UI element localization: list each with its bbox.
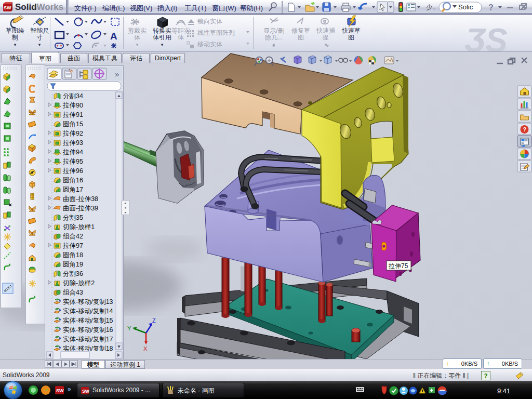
- svg-text:实体-移动/复制15: 实体-移动/复制15: [63, 317, 113, 324]
- svg-text:切除-放样2: 切除-放样2: [62, 280, 95, 287]
- svg-text:圆角18: 圆角18: [63, 251, 83, 259]
- svg-text:»: »: [68, 385, 71, 393]
- svg-text:实体-移动/复制16: 实体-移动/复制16: [63, 326, 113, 334]
- svg-text:?: ?: [523, 126, 527, 132]
- svg-text:圆角17: 圆角17: [63, 186, 83, 193]
- svg-text:圆角15: 圆角15: [63, 121, 83, 128]
- svg-text:»: »: [115, 70, 119, 78]
- svg-text:实体-移动/复制14: 实体-移动/复制14: [63, 308, 113, 315]
- svg-text:SW: SW: [4, 5, 11, 10]
- svg-text:拉伸95: 拉伸95: [62, 158, 83, 165]
- svg-text:拉伸91: 拉伸91: [62, 111, 83, 118]
- svg-text:拉伸93: 拉伸93: [62, 139, 83, 147]
- svg-text:曲面-拉伸38: 曲面-拉伸38: [63, 195, 98, 203]
- svg-text:Z: Z: [152, 317, 156, 324]
- svg-text:拉伸90: 拉伸90: [62, 102, 83, 109]
- svg-text:少..: 少..: [426, 4, 436, 11]
- svg-text:组合43: 组合43: [63, 289, 83, 296]
- svg-text:X: X: [143, 345, 148, 352]
- svg-text:?: ?: [488, 3, 494, 12]
- svg-text:组合42: 组合42: [63, 233, 83, 240]
- svg-text:SW: SW: [82, 389, 89, 394]
- svg-text:拉伸94: 拉伸94: [62, 149, 83, 156]
- svg-text:Solic: Solic: [458, 3, 473, 11]
- svg-text:实体-移动/复制17: 实体-移动/复制17: [63, 336, 113, 343]
- svg-text:圆角16: 圆角16: [63, 177, 83, 184]
- svg-text:9:41: 9:41: [497, 387, 510, 395]
- svg-text:Y: Y: [127, 325, 131, 331]
- svg-text:拉伸75: 拉伸75: [388, 262, 408, 270]
- svg-text:拉伸97: 拉伸97: [62, 242, 83, 249]
- svg-text:分割34: 分割34: [63, 92, 83, 100]
- svg-text:圆角19: 圆角19: [63, 261, 83, 268]
- svg-text:曲面-拉伸39: 曲面-拉伸39: [63, 205, 98, 212]
- svg-text:A: A: [110, 31, 117, 42]
- svg-text:分割36: 分割36: [63, 270, 83, 277]
- svg-text:SW: SW: [56, 388, 64, 393]
- svg-text:切除-放样1: 切除-放样1: [62, 223, 95, 231]
- svg-text:分割35: 分割35: [63, 214, 83, 221]
- svg-text:实体-移动/复制13: 实体-移动/复制13: [63, 298, 113, 305]
- svg-text:拉伸96: 拉伸96: [62, 167, 83, 175]
- svg-text:ӠS: ӠS: [464, 22, 508, 51]
- svg-text:拉伸92: 拉伸92: [62, 130, 83, 137]
